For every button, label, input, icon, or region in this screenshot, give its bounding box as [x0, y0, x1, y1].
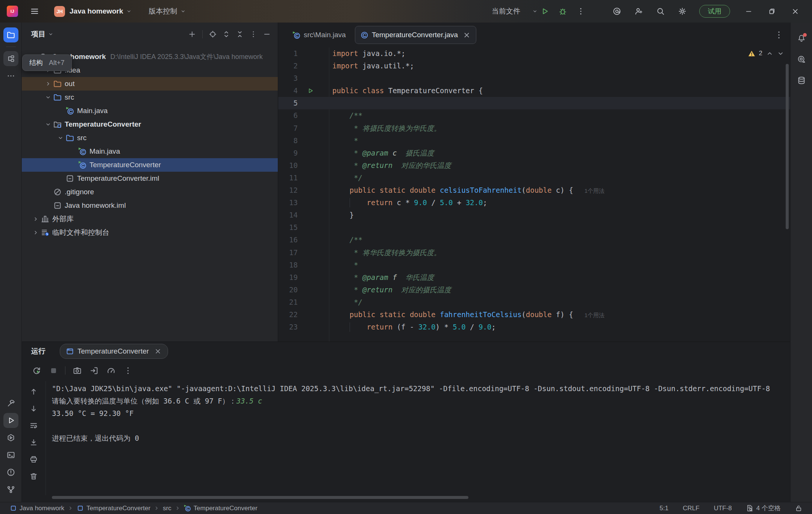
line-number[interactable]: 18 — [278, 259, 298, 271]
line-number[interactable]: 4 — [278, 85, 298, 97]
chev-r-icon[interactable] — [31, 215, 40, 224]
settings-button[interactable] — [675, 4, 689, 18]
chev-r-icon[interactable] — [31, 228, 40, 237]
tool-build-button[interactable] — [3, 396, 18, 411]
console-output[interactable]: "D:\Java JDK25\bin\java.exe" "-javaagent… — [52, 382, 788, 492]
tree-item-temperatureconverter-iml[interactable]: TemperatureConverter.iml — [22, 172, 278, 185]
line-number[interactable]: 1 — [278, 47, 298, 60]
chev-d-icon[interactable] — [44, 120, 53, 129]
vcs-widget[interactable]: 版本控制 — [132, 6, 186, 16]
line-number[interactable]: 14 — [278, 209, 298, 221]
file-lock[interactable] — [795, 505, 802, 512]
line-number[interactable]: 21 — [278, 296, 298, 308]
ai-assistant-button[interactable] — [610, 4, 624, 18]
more-options-button[interactable] — [123, 365, 133, 376]
usage-hint[interactable]: 1个用法 — [585, 312, 604, 318]
breadcrumb-temperatureconverter[interactable]: TemperatureConverter — [77, 505, 150, 512]
select-opened-file-button[interactable] — [207, 29, 218, 40]
line-number[interactable]: 8 — [278, 135, 298, 147]
breadcrumb-src[interactable]: src — [163, 505, 171, 512]
line-number[interactable]: 17 — [278, 246, 298, 259]
caret-position[interactable]: 5:1 — [660, 505, 669, 512]
tree-item-temperatureconverter[interactable]: TemperatureConverter — [22, 158, 278, 172]
tree-item-src[interactable]: src — [22, 131, 278, 145]
line-number[interactable]: 16 — [278, 234, 298, 246]
line-number[interactable]: 3 — [278, 72, 298, 85]
project-selector[interactable]: Java homework — [65, 7, 132, 15]
debug-button[interactable] — [556, 4, 570, 18]
line-number[interactable]: 19 — [278, 271, 298, 284]
line-number[interactable]: 5 — [278, 97, 298, 109]
chev-d-icon[interactable] — [44, 93, 53, 102]
close-icon[interactable] — [463, 31, 471, 39]
tree-item-main-java[interactable]: Main.java — [22, 145, 278, 158]
next-warning-icon[interactable] — [777, 50, 784, 57]
clear-all-button[interactable] — [29, 471, 39, 481]
line-number[interactable]: 10 — [278, 159, 298, 172]
collapse-all-button[interactable] — [234, 29, 245, 40]
attach-process-button[interactable] — [89, 365, 99, 376]
line-number[interactable]: 2 — [278, 60, 298, 72]
breadcrumb-temperatureconverter[interactable]: TemperatureConverter — [184, 505, 258, 512]
options-button[interactable] — [248, 29, 259, 40]
tool-more-tool-windows-button[interactable] — [3, 68, 18, 83]
prev-warning-icon[interactable] — [766, 50, 773, 57]
line-number[interactable]: 23 — [278, 321, 298, 333]
tool-run-button[interactable] — [3, 413, 18, 428]
chev-d-icon[interactable] — [56, 133, 65, 142]
close-icon[interactable] — [154, 348, 162, 355]
chev-r-icon[interactable] — [44, 79, 53, 88]
close-button[interactable] — [783, 3, 807, 20]
run-tab[interactable]: TemperatureConverter — [60, 344, 168, 359]
editor-tab-temperatureconverter-java[interactable]: TemperatureConverter.java — [355, 26, 476, 44]
line-number[interactable]: 7 — [278, 122, 298, 135]
line-number[interactable]: 12 — [278, 184, 298, 197]
tool-terminal-button[interactable] — [3, 447, 18, 463]
add-user-button[interactable] — [632, 4, 646, 18]
add-button[interactable] — [186, 29, 198, 40]
prev-occurrence-button[interactable] — [29, 386, 39, 397]
line-number[interactable]: 11 — [278, 172, 298, 184]
hide-button[interactable] — [261, 29, 273, 40]
print-button[interactable] — [29, 454, 39, 464]
tool-database-button[interactable] — [794, 73, 809, 88]
thread-dump-button[interactable] — [72, 365, 82, 376]
usage-hint[interactable]: 1个用法 — [585, 187, 604, 194]
tree-item-temperatureconverter[interactable]: TemperatureConverter — [22, 118, 278, 131]
line-number[interactable]: 20 — [278, 284, 298, 296]
line-number[interactable]: 9 — [278, 147, 298, 159]
tree-item-item[interactable]: 临时文件和控制台 — [22, 226, 278, 239]
tool-services-button[interactable] — [3, 430, 18, 445]
line-number[interactable]: 15 — [278, 221, 298, 234]
breadcrumb-java-homework[interactable]: Java homework — [10, 505, 64, 512]
project-panel-title[interactable]: 项目 — [31, 29, 53, 39]
minimize-button[interactable] — [737, 3, 760, 20]
code-editor[interactable]: 1import java.io.*;2import java.util.*;34… — [278, 47, 790, 342]
run-class-icon[interactable] — [307, 88, 314, 94]
line-number[interactable]: 13 — [278, 197, 298, 209]
stop-button[interactable] — [48, 365, 59, 376]
tree-item-java-homework-iml[interactable]: Java homework.iml — [22, 199, 278, 212]
line-number[interactable]: 6 — [278, 109, 298, 122]
indent-setting[interactable]: 4 个空格 — [746, 504, 781, 512]
expand-all-button[interactable] — [221, 29, 232, 40]
restore-button[interactable] — [760, 3, 783, 20]
scroll-to-end-button[interactable] — [29, 437, 39, 447]
line-number[interactable]: 22 — [278, 308, 298, 321]
main-menu-icon[interactable] — [30, 7, 39, 16]
run-button[interactable] — [538, 4, 552, 18]
tree-item-item[interactable]: 外部库 — [22, 212, 278, 226]
tool-ai-assistant-panel-button[interactable] — [794, 52, 809, 67]
tree-item-src[interactable]: src — [22, 91, 278, 104]
file-encoding[interactable]: UTF-8 — [714, 505, 732, 512]
avatar[interactable]: JH — [54, 6, 65, 17]
editor-scrollbar[interactable] — [786, 64, 789, 229]
soft-wrap-button[interactable] — [29, 420, 39, 431]
editor-options-icon[interactable] — [774, 30, 783, 39]
tool-problems-button[interactable] — [3, 465, 18, 480]
search-everywhere-button[interactable] — [653, 4, 668, 18]
run-configuration-selector[interactable]: 当前文件 — [492, 6, 538, 16]
tree-item-main-java[interactable]: Main.java — [22, 104, 278, 118]
tool-notifications-button[interactable] — [794, 31, 809, 46]
trial-badge[interactable]: 试用 — [699, 5, 730, 18]
